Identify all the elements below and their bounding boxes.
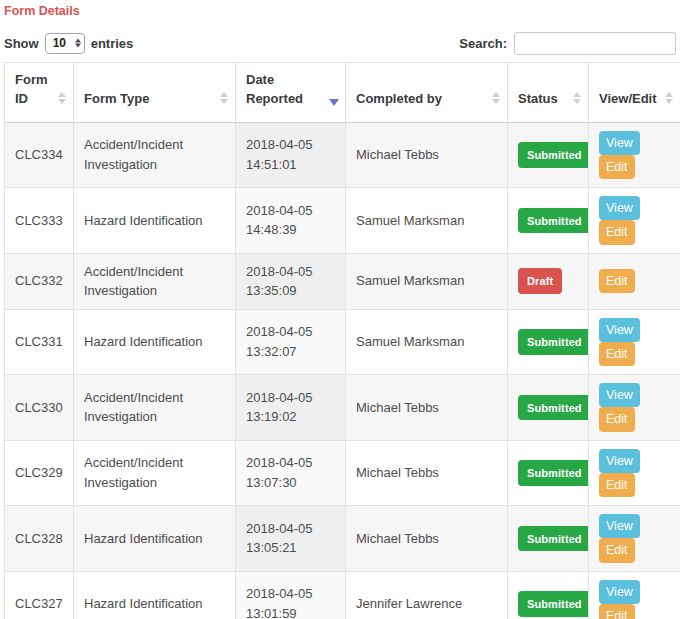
cell-completed-by: Jennifer Lawrence	[346, 571, 508, 619]
cell-form-id: CLC333	[5, 188, 74, 254]
table-row: CLC328 Hazard Identification 2018-04-05 …	[5, 506, 680, 572]
cell-form-id: CLC332	[5, 253, 74, 309]
search-label: Search:	[459, 36, 507, 51]
cell-completed-by: Michael Tebbs	[346, 440, 508, 506]
cell-date-reported: 2018-04-05 14:51:01	[236, 122, 346, 188]
edit-button[interactable]: Edit	[599, 342, 635, 366]
cell-form-id: CLC330	[5, 375, 74, 441]
status-badge: Submitted	[518, 329, 589, 355]
view-button[interactable]: View	[599, 131, 640, 155]
cell-date-reported: 2018-04-05 13:05:21	[236, 506, 346, 572]
cell-date-reported: 2018-04-05 13:35:09	[236, 253, 346, 309]
status-badge: Submitted	[518, 591, 589, 617]
table-row: CLC332 Accident/Incident Investigation 2…	[5, 253, 680, 309]
search-input[interactable]	[514, 32, 676, 55]
cell-form-id: CLC334	[5, 122, 74, 188]
edit-button[interactable]: Edit	[599, 155, 635, 179]
table-row: CLC327 Hazard Identification 2018-04-05 …	[5, 571, 680, 619]
cell-form-type: Accident/Incident Investigation	[74, 253, 236, 309]
view-button[interactable]: View	[599, 449, 640, 473]
page-length-select-wrap: 10	[45, 33, 85, 54]
table-header: Form ID Form Type Date Reported Complete…	[5, 63, 680, 123]
view-button[interactable]: View	[599, 383, 640, 407]
search-control: Search:	[459, 32, 676, 55]
cell-form-id: CLC331	[5, 309, 74, 375]
view-button[interactable]: View	[599, 318, 640, 342]
column-header-view-edit[interactable]: View/Edit	[589, 63, 680, 123]
status-badge: Submitted	[518, 460, 589, 486]
table-row: CLC333 Hazard Identification 2018-04-05 …	[5, 188, 680, 254]
edit-button[interactable]: Edit	[599, 220, 635, 244]
show-label: Show	[4, 36, 39, 51]
cell-form-type: Hazard Identification	[74, 309, 236, 375]
entries-label: entries	[91, 36, 134, 51]
cell-form-type: Accident/Incident Investigation	[74, 122, 236, 188]
edit-button[interactable]: Edit	[599, 269, 635, 293]
sort-icon	[573, 92, 581, 104]
column-header-completed-by[interactable]: Completed by	[346, 63, 508, 123]
table-body: CLC334 Accident/Incident Investigation 2…	[5, 122, 680, 619]
sort-icon	[665, 92, 673, 104]
page: Form Details Show 10 entries Search:	[0, 0, 680, 619]
cell-form-type: Accident/Incident Investigation	[74, 375, 236, 441]
cell-completed-by: Samuel Marksman	[346, 188, 508, 254]
status-badge: Submitted	[518, 395, 589, 421]
sort-icon	[220, 92, 228, 104]
cell-form-id: CLC328	[5, 506, 74, 572]
cell-form-type: Hazard Identification	[74, 571, 236, 619]
status-badge: Draft	[518, 268, 562, 294]
page-title: Form Details	[4, 4, 678, 18]
edit-button[interactable]: Edit	[599, 473, 635, 497]
cell-form-type: Accident/Incident Investigation	[74, 440, 236, 506]
sort-desc-icon	[329, 99, 339, 106]
cell-date-reported: 2018-04-05 13:07:30	[236, 440, 346, 506]
edit-button[interactable]: Edit	[599, 538, 635, 562]
cell-date-reported: 2018-04-05 13:32:07	[236, 309, 346, 375]
table-row: CLC334 Accident/Incident Investigation 2…	[5, 122, 680, 188]
cell-form-id: CLC329	[5, 440, 74, 506]
cell-completed-by: Michael Tebbs	[346, 375, 508, 441]
table-row: CLC330 Accident/Incident Investigation 2…	[5, 375, 680, 441]
cell-form-type: Hazard Identification	[74, 188, 236, 254]
table-row: CLC331 Hazard Identification 2018-04-05 …	[5, 309, 680, 375]
page-length-select[interactable]: 10	[45, 33, 85, 54]
view-button[interactable]: View	[599, 196, 640, 220]
table-row: CLC329 Accident/Incident Investigation 2…	[5, 440, 680, 506]
column-header-form-id[interactable]: Form ID	[5, 63, 74, 123]
column-header-form-type[interactable]: Form Type	[74, 63, 236, 123]
view-button[interactable]: View	[599, 514, 640, 538]
cell-completed-by: Michael Tebbs	[346, 506, 508, 572]
cell-form-id: CLC327	[5, 571, 74, 619]
column-header-status[interactable]: Status	[508, 63, 589, 123]
page-length-control: Show 10 entries	[4, 33, 133, 54]
cell-completed-by: Samuel Marksman	[346, 253, 508, 309]
cell-completed-by: Michael Tebbs	[346, 122, 508, 188]
status-badge: Submitted	[518, 526, 589, 552]
cell-date-reported: 2018-04-05 13:19:02	[236, 375, 346, 441]
header-row: Form ID Form Type Date Reported Complete…	[5, 63, 680, 123]
cell-date-reported: 2018-04-05 14:48:39	[236, 188, 346, 254]
sort-icon	[58, 92, 66, 104]
forms-table: Form ID Form Type Date Reported Complete…	[4, 62, 680, 619]
status-badge: Submitted	[518, 142, 589, 168]
sort-icon	[492, 92, 500, 104]
cell-date-reported: 2018-04-05 13:01:59	[236, 571, 346, 619]
view-button[interactable]: View	[599, 580, 640, 604]
cell-form-type: Hazard Identification	[74, 506, 236, 572]
cell-completed-by: Samuel Marksman	[346, 309, 508, 375]
status-badge: Submitted	[518, 208, 589, 234]
edit-button[interactable]: Edit	[599, 407, 635, 431]
edit-button[interactable]: Edit	[599, 604, 635, 619]
column-header-date-reported[interactable]: Date Reported	[236, 63, 346, 123]
table-controls: Show 10 entries Search:	[4, 31, 676, 55]
